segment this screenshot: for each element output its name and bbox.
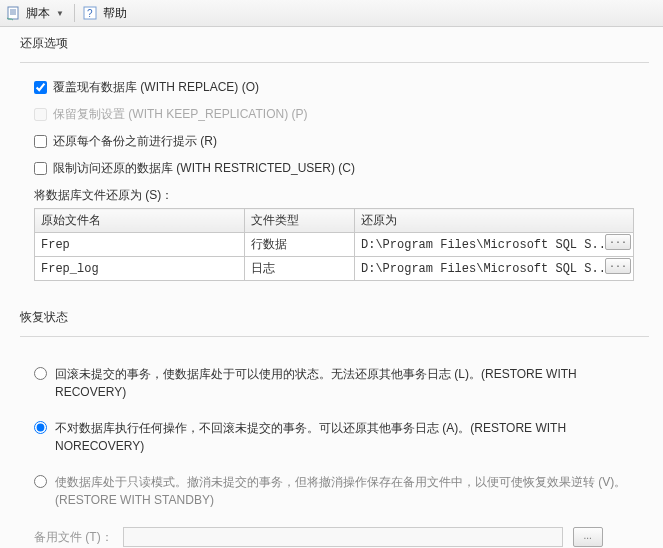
checkbox-prompt-each[interactable]: 还原每个备份之前进行提示 (R) [34,133,645,150]
col-restore-as[interactable]: 还原为 [355,209,634,233]
checkbox-overwrite-label: 覆盖现有数据库 (WITH REPLACE) (O) [53,79,259,96]
svg-rect-0 [8,7,18,19]
browse-button[interactable]: ... [605,234,631,250]
restore-files-table: 原始文件名 文件类型 还原为 Frep 行数据 D:\Program Files… [34,208,634,281]
radio-recovery[interactable]: 回滚未提交的事务，使数据库处于可以使用的状态。无法还原其他事务日志 (L)。(R… [34,365,645,401]
radio-standby-input[interactable] [34,475,47,488]
checkbox-restricted-user-label: 限制访问还原的数据库 (WITH RESTRICTED_USER) (C) [53,160,355,177]
cell-restore-text: D:\Program Files\Microsoft SQL S... [361,238,613,252]
col-type[interactable]: 文件类型 [245,209,355,233]
radio-norecovery-label: 不对数据库执行任何操作，不回滚未提交的事务。可以还原其他事务日志 (A)。(RE… [55,419,635,455]
script-icon [6,5,22,21]
help-button[interactable]: 帮助 [103,5,127,22]
script-dropdown-icon[interactable]: ▼ [54,9,66,18]
checkbox-keep-replication: 保留复制设置 (WITH KEEP_REPLICATION) (P) [34,106,645,123]
recovery-state-group: 回滚未提交的事务，使数据库处于可以使用的状态。无法还原其他事务日志 (L)。(R… [20,349,649,548]
separator [20,62,649,63]
cell-orig: Frep [35,233,245,257]
cell-restore-text: D:\Program Files\Microsoft SQL S... [361,262,613,276]
separator [20,336,649,337]
radio-norecovery-input[interactable] [34,421,47,434]
toolbar-separator [74,4,75,22]
main-content: 还原选项 覆盖现有数据库 (WITH REPLACE) (O) 保留复制设置 (… [0,27,663,548]
cell-orig: Frep_log [35,257,245,281]
browse-button[interactable]: ... [605,258,631,274]
col-original[interactable]: 原始文件名 [35,209,245,233]
checkbox-overwrite-input[interactable] [34,81,47,94]
checkbox-prompt-each-input[interactable] [34,135,47,148]
table-header-row: 原始文件名 文件类型 还原为 [35,209,634,233]
cell-type: 日志 [245,257,355,281]
checkbox-restricted-user[interactable]: 限制访问还原的数据库 (WITH RESTRICTED_USER) (C) [34,160,645,177]
script-button[interactable]: 脚本 [26,5,50,22]
toolbar: 脚本 ▼ ? 帮助 [0,0,663,27]
radio-recovery-label: 回滚未提交的事务，使数据库处于可以使用的状态。无法还原其他事务日志 (L)。(R… [55,365,635,401]
standby-file-input [123,527,563,547]
restore-options-title: 还原选项 [20,35,649,52]
checkbox-keep-replication-label: 保留复制设置 (WITH KEEP_REPLICATION) (P) [53,106,307,123]
table-row[interactable]: Frep_log 日志 D:\Program Files\Microsoft S… [35,257,634,281]
standby-browse-button: ... [573,527,603,547]
standby-file-row: 备用文件 (T)： ... [34,527,645,547]
table-row[interactable]: Frep 行数据 D:\Program Files\Microsoft SQL … [35,233,634,257]
standby-file-label: 备用文件 (T)： [34,529,113,546]
cell-restore[interactable]: D:\Program Files\Microsoft SQL S... ... [355,257,634,281]
checkbox-prompt-each-label: 还原每个备份之前进行提示 (R) [53,133,217,150]
radio-recovery-input[interactable] [34,367,47,380]
checkbox-keep-replication-input [34,108,47,121]
radio-standby[interactable]: 使数据库处于只读模式。撤消未提交的事务，但将撤消操作保存在备用文件中，以便可使恢… [34,473,645,509]
cell-restore[interactable]: D:\Program Files\Microsoft SQL S... ... [355,233,634,257]
radio-norecovery[interactable]: 不对数据库执行任何操作，不回滚未提交的事务。可以还原其他事务日志 (A)。(RE… [34,419,645,455]
radio-standby-label: 使数据库处于只读模式。撤消未提交的事务，但将撤消操作保存在备用文件中，以便可使恢… [55,473,635,509]
cell-type: 行数据 [245,233,355,257]
checkbox-restricted-user-input[interactable] [34,162,47,175]
help-icon: ? [83,5,99,21]
recovery-state-title: 恢复状态 [20,309,649,326]
checkbox-overwrite[interactable]: 覆盖现有数据库 (WITH REPLACE) (O) [34,79,645,96]
restore-options-group: 覆盖现有数据库 (WITH REPLACE) (O) 保留复制设置 (WITH … [20,75,649,285]
svg-text:?: ? [87,8,93,19]
restore-files-label: 将数据库文件还原为 (S)： [34,187,645,204]
